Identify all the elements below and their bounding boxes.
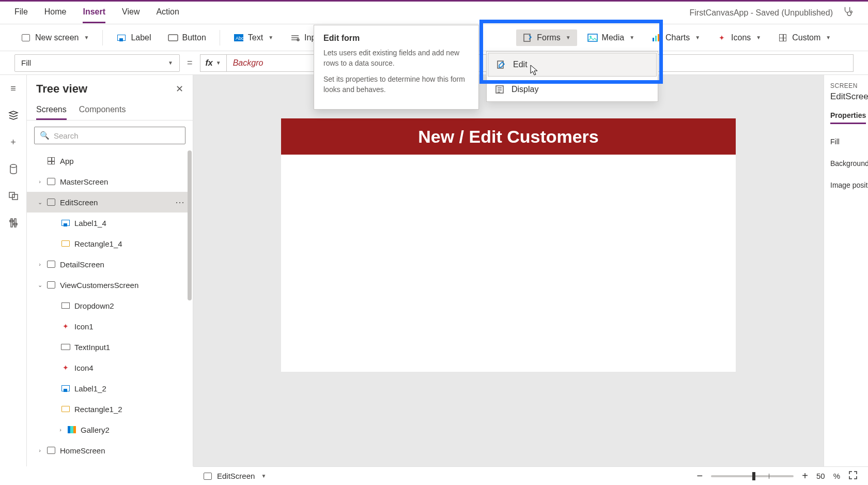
properties-panel: SCREEN EditScreen Properties Fill Backgr… (824, 75, 868, 466)
svg-rect-12 (655, 36, 657, 41)
button-icon (168, 33, 178, 43)
menu-action[interactable]: Action (156, 2, 179, 23)
tree-item-dropdown2[interactable]: Dropdown2 (27, 295, 191, 316)
tree-list: App›MasterScreen⌄EditScreen⋯Label1_4Rect… (27, 150, 193, 466)
breadcrumb[interactable]: EditScreen (217, 472, 255, 480)
zoom-unit: % (833, 472, 840, 480)
tree-item-label1_2[interactable]: Label1_2 (27, 378, 191, 399)
app-checker-icon[interactable] (842, 6, 854, 20)
tooltip-body-2: Set its properties to determine how this… (323, 74, 469, 95)
svg-rect-16 (12, 194, 18, 200)
svg-rect-18 (14, 219, 16, 227)
tab-screens[interactable]: Screens (36, 101, 67, 120)
tree-item-homescreen[interactable]: ›HomeScreen (27, 440, 191, 461)
equals-sign: = (187, 57, 193, 68)
svg-rect-20 (13, 223, 17, 225)
data-icon[interactable] (7, 163, 20, 175)
menu-home[interactable]: Home (44, 2, 67, 23)
charts-button[interactable]: Charts▼ (645, 29, 706, 46)
custom-icon (778, 33, 788, 43)
zoom-slider[interactable] (711, 475, 794, 477)
label-button[interactable]: Label (110, 29, 157, 46)
svg-rect-19 (10, 220, 13, 222)
tooltip-title: Edit form (323, 34, 469, 43)
tree-item-gallery2[interactable]: ›Gallery2 (27, 419, 191, 440)
tree-view-panel: Tree view ✕ Screens Components 🔍 Search … (27, 75, 193, 466)
menu-insert[interactable]: Insert (83, 2, 105, 23)
hamburger-icon[interactable]: ≡ (7, 82, 20, 95)
tree-item-label1_4[interactable]: Label1_4 (27, 213, 191, 233)
icons-icon: ✦ (717, 33, 727, 43)
prop-image-position[interactable]: Image positi (830, 181, 862, 189)
tree-item-icon4[interactable]: ✦Icon4 (27, 357, 191, 378)
prop-background[interactable]: Background (830, 159, 862, 168)
chevron-down-icon[interactable]: ▼ (261, 473, 266, 479)
forms-icon (522, 33, 533, 43)
canvas-area[interactable]: New / Edit Customers (193, 75, 824, 466)
tree-item-app[interactable]: App (27, 150, 191, 171)
media-rail-icon[interactable] (7, 190, 20, 202)
left-rail: ≡ + (0, 75, 27, 466)
tree-view-icon[interactable] (7, 109, 20, 122)
zoom-out-button[interactable]: − (697, 470, 703, 482)
zoom-in-button[interactable]: + (802, 470, 808, 482)
edit-form-tooltip: Edit form Lets users edit existing field… (314, 25, 479, 110)
menu-bar: File Home Insert View Action FirstCanvas… (0, 2, 868, 24)
forms-button[interactable]: Forms▼ (516, 29, 577, 46)
search-input[interactable]: 🔍 Search (34, 127, 185, 144)
screen-icon (21, 33, 31, 43)
svg-rect-11 (653, 38, 654, 41)
search-icon: 🔍 (40, 131, 50, 140)
fx-button[interactable]: fx▼ (200, 54, 227, 72)
tree-item-viewcustomersscreen[interactable]: ⌄ViewCustomersScreen (27, 275, 191, 295)
media-icon (587, 33, 598, 43)
svg-rect-15 (9, 192, 14, 198)
svg-rect-13 (658, 34, 659, 41)
tree-item-rectangle1_4[interactable]: Rectangle1_4 (27, 233, 191, 254)
text-button[interactable]: Abc Text▼ (227, 29, 280, 46)
tree-item-editscreen[interactable]: ⌄EditScreen⋯ (27, 192, 191, 213)
new-screen-button[interactable]: New screen▼ (14, 29, 95, 46)
tab-components[interactable]: Components (79, 101, 126, 120)
button-button[interactable]: Button (162, 29, 212, 46)
media-button[interactable]: Media▼ (581, 29, 641, 46)
insert-icon[interactable]: + (7, 136, 20, 148)
menu-view[interactable]: View (122, 2, 140, 23)
fullscreen-icon[interactable] (848, 471, 858, 481)
text-icon: Abc (234, 33, 244, 43)
tree-item-masterscreen[interactable]: ›MasterScreen (27, 171, 191, 192)
tab-properties[interactable]: Properties (830, 111, 866, 124)
tree-item-detailscreen[interactable]: ›DetailScreen (27, 254, 191, 275)
svg-rect-9 (588, 34, 597, 41)
label-icon (116, 33, 127, 43)
menu-file[interactable]: File (14, 2, 28, 23)
screen-name: EditScreen (830, 92, 862, 102)
tree-item-textinput1[interactable]: TextInput1 (27, 337, 191, 357)
custom-button[interactable]: Custom▼ (771, 29, 837, 46)
canvas-header-label: New / Edit Customers (281, 118, 736, 155)
input-icon (290, 33, 300, 43)
icons-button[interactable]: ✦ Icons▼ (710, 29, 767, 46)
tree-title: Tree view (36, 82, 87, 96)
close-icon[interactable]: ✕ (176, 83, 183, 95)
svg-text:Abc: Abc (236, 36, 244, 41)
app-status: FirstCanvasApp - Saved (Unpublished) (690, 8, 833, 18)
canvas-screen[interactable]: New / Edit Customers (281, 118, 736, 372)
charts-icon (651, 33, 661, 43)
svg-rect-1 (168, 35, 178, 41)
forms-dropdown: Edit Display (486, 51, 658, 102)
tree-item-rectangle1_2[interactable]: Rectangle1_2 (27, 399, 191, 419)
advanced-tools-icon[interactable] (7, 217, 20, 229)
status-bar: EditScreen ▼ − + 50 % (193, 466, 868, 485)
forms-display-item[interactable]: Display (487, 78, 658, 101)
forms-edit-item[interactable]: Edit (488, 53, 657, 77)
tooltip-body-1: Lets users edit existing fields and add … (323, 48, 469, 68)
property-selector[interactable]: Fill ▼ (14, 54, 180, 72)
svg-point-0 (850, 11, 853, 13)
screen-icon (204, 473, 212, 480)
tree-scrollbar[interactable] (188, 150, 192, 300)
screen-label: SCREEN (830, 82, 862, 89)
tree-item-icon1[interactable]: ✦Icon1 (27, 316, 191, 337)
prop-fill[interactable]: Fill (830, 138, 862, 146)
svg-point-14 (10, 164, 17, 168)
